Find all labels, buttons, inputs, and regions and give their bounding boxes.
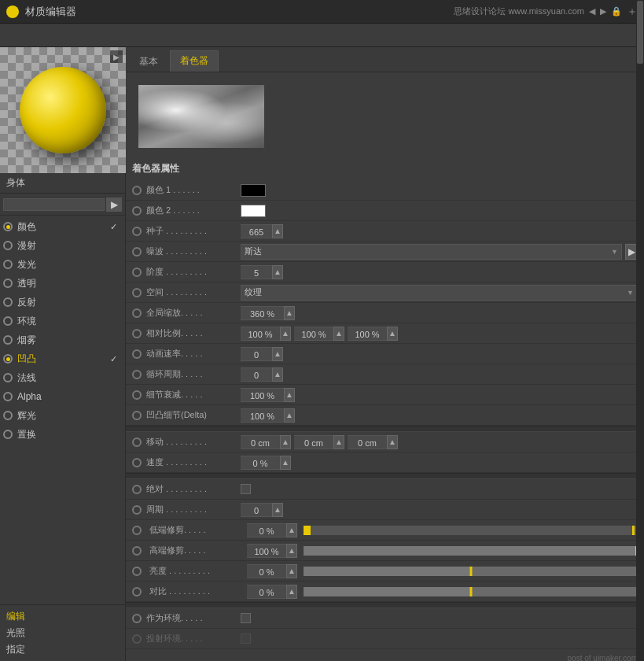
channel-check-transparency[interactable]	[108, 278, 119, 289]
channel-radio-displacement[interactable]	[3, 430, 13, 439]
seed-stepper[interactable]: 665 ▲	[241, 224, 283, 238]
color2-swatch[interactable]	[241, 205, 266, 217]
rel-scale-x[interactable]: 100 %	[241, 327, 280, 341]
channel-check-normalmap[interactable]	[108, 372, 119, 383]
prop-radio-octaves[interactable]	[132, 268, 142, 277]
nav-edit[interactable]: 编辑	[6, 608, 119, 625]
low-clip-stepper[interactable]: 0 % ▲	[247, 523, 297, 537]
speed-value[interactable]: 0 %	[241, 456, 280, 470]
channel-check-displacement[interactable]	[108, 429, 119, 440]
seed-up[interactable]: ▲	[272, 224, 283, 238]
prop-radio-as-env[interactable]	[132, 614, 142, 623]
move-y-stepper[interactable]: 0 cm ▲	[294, 435, 344, 449]
contrast-slider[interactable]	[304, 587, 638, 596]
high-clip-up[interactable]: ▲	[286, 544, 297, 558]
move-x-stepper[interactable]: 0 cm ▲	[241, 435, 291, 449]
nav-back-icon[interactable]: ◀	[589, 6, 595, 17]
global-scale-up[interactable]: ▲	[284, 306, 295, 320]
channel-radio-normalmap[interactable]	[3, 373, 13, 382]
channel-check-environment[interactable]	[108, 316, 119, 327]
channel-radio-specular[interactable]	[3, 411, 13, 420]
absolute-checkbox[interactable]	[241, 484, 251, 494]
loop-period-stepper[interactable]: 0 ▲	[241, 367, 283, 382]
rel-scale-z-stepper[interactable]: 100 % ▲	[348, 327, 398, 341]
channel-check-specular[interactable]	[108, 410, 119, 421]
channel-bump[interactable]: 凹凸 ✓	[0, 349, 125, 368]
loop-period-up[interactable]: ▲	[272, 367, 283, 382]
rel-scale-x-stepper[interactable]: 100 % ▲	[241, 327, 291, 341]
move-z[interactable]: 0 cm	[348, 435, 387, 449]
channel-transparency[interactable]: 透明	[0, 274, 125, 293]
prop-radio-absolute[interactable]	[132, 485, 142, 494]
period-stepper[interactable]: 0 ▲	[241, 503, 283, 517]
channel-radio-transparency[interactable]	[3, 279, 13, 288]
prop-radio-space[interactable]	[132, 288, 142, 297]
period-up[interactable]: ▲	[272, 503, 283, 517]
brightness-up[interactable]: ▲	[286, 564, 297, 578]
channel-check-reflection[interactable]	[108, 297, 119, 308]
as-env-checkbox[interactable]	[241, 613, 251, 623]
channel-glow[interactable]: 发光	[0, 255, 125, 274]
body-input-row[interactable]: ▶	[0, 194, 125, 216]
nav-lighting[interactable]: 光照	[6, 625, 119, 641]
rel-scale-y-stepper[interactable]: 100 % ▲	[294, 327, 344, 341]
octaves-up[interactable]: ▲	[272, 265, 283, 279]
channel-radio-diffusion[interactable]	[3, 241, 13, 250]
rel-scale-z[interactable]: 100 %	[348, 327, 387, 341]
octaves-value[interactable]: 5	[241, 265, 272, 279]
global-scale-stepper[interactable]: 360 % ▲	[241, 306, 295, 320]
scrollbar-thumb[interactable]	[637, 47, 643, 64]
prop-radio-detail-atten[interactable]	[132, 390, 142, 400]
prop-radio-global-scale[interactable]	[132, 308, 142, 318]
channel-check-glow[interactable]	[108, 259, 119, 270]
channel-color[interactable]: 颜色 ✓	[0, 217, 125, 236]
low-clip-up[interactable]: ▲	[286, 523, 297, 537]
bump-delta-value[interactable]: 100 %	[241, 408, 284, 423]
prop-radio-anim-speed[interactable]	[132, 349, 142, 359]
move-y-up[interactable]: ▲	[333, 435, 344, 449]
color1-swatch[interactable]	[241, 184, 266, 197]
channel-radio-bump[interactable]	[3, 354, 13, 364]
prop-radio-seed[interactable]	[132, 227, 142, 236]
prop-radio-color1[interactable]	[132, 186, 142, 195]
prop-radio-turbulence[interactable]	[132, 247, 142, 257]
channel-radio-glow[interactable]	[3, 260, 13, 269]
speed-up[interactable]: ▲	[280, 456, 291, 470]
low-clip-slider[interactable]	[304, 526, 638, 535]
channel-diffusion[interactable]: 漫射	[0, 236, 125, 255]
detail-atten-up[interactable]: ▲	[284, 388, 295, 402]
seed-value[interactable]: 665	[241, 224, 272, 238]
turbulence-dropdown[interactable]: 斯达 ▼	[241, 244, 622, 260]
channel-check-diffusion[interactable]	[108, 240, 119, 251]
period-value[interactable]: 0	[241, 503, 272, 517]
channel-fog[interactable]: 烟雾	[0, 330, 125, 349]
prop-radio-move[interactable]	[132, 438, 142, 447]
nav-assign[interactable]: 指定	[6, 641, 119, 658]
prop-radio-reflect-env[interactable]	[132, 634, 142, 644]
prop-radio-high-clip[interactable]	[132, 546, 142, 556]
anim-speed-value[interactable]: 0	[241, 347, 272, 361]
high-clip-value[interactable]: 100 %	[247, 544, 286, 558]
rel-scale-y[interactable]: 100 %	[294, 327, 333, 341]
channel-radio-color[interactable]	[3, 222, 13, 231]
low-clip-value[interactable]: 0 %	[247, 523, 286, 537]
vertical-scrollbar[interactable]	[636, 47, 644, 661]
brightness-slider[interactable]	[304, 567, 638, 576]
detail-atten-value[interactable]: 100 %	[241, 388, 284, 402]
anim-speed-stepper[interactable]: 0 ▲	[241, 347, 283, 361]
bump-delta-up[interactable]: ▲	[284, 408, 295, 423]
brightness-value[interactable]: 0 %	[247, 564, 286, 578]
channel-radio-reflection[interactable]	[3, 297, 13, 307]
tab-basic[interactable]: 基本	[129, 51, 168, 72]
space-dropdown[interactable]: 纹理 ▼	[241, 285, 638, 301]
channel-check-bump[interactable]: ✓	[108, 353, 119, 364]
high-clip-slider[interactable]	[304, 546, 638, 556]
rel-scale-x-up[interactable]: ▲	[280, 327, 291, 341]
body-input-arrow[interactable]: ▶	[106, 198, 122, 212]
contrast-stepper[interactable]: 0 % ▲	[247, 585, 297, 599]
prop-radio-low-clip[interactable]	[132, 526, 142, 535]
channel-radio-fog[interactable]	[3, 335, 13, 345]
loop-period-value[interactable]: 0	[241, 367, 272, 382]
channel-reflection[interactable]: 反射	[0, 293, 125, 312]
prop-radio-speed[interactable]	[132, 458, 142, 467]
